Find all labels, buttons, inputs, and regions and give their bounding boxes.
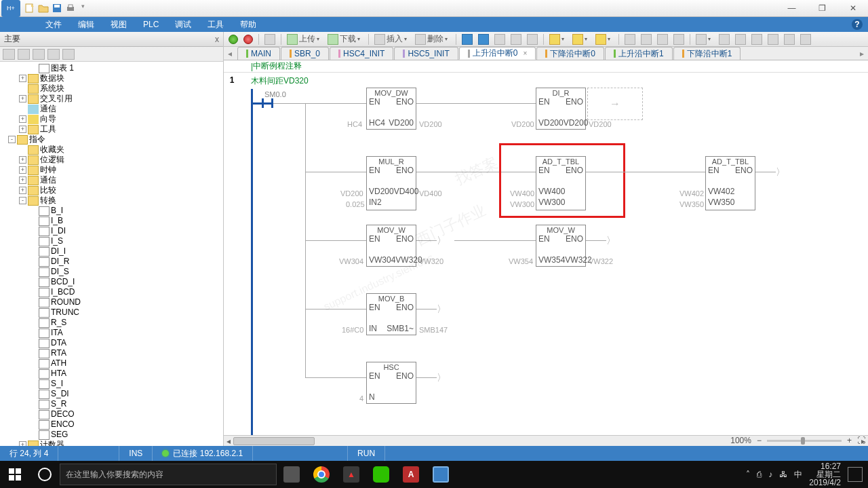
tb-l1[interactable] [623, 33, 637, 45]
panel-tool-2[interactable] [18, 49, 30, 60]
tb-x4[interactable] [509, 33, 524, 45]
tree-item[interactable]: DI_R [0, 257, 223, 267]
comment-row[interactable]: | 中断例程注释 [224, 60, 868, 73]
tree-item[interactable]: -转换 [0, 195, 223, 206]
maximize-button[interactable]: ❐ [807, 0, 837, 17]
help-icon[interactable]: ? [852, 19, 863, 30]
taskview-button[interactable] [277, 461, 307, 488]
menu-debug[interactable]: 调试 [167, 17, 199, 32]
stop-button[interactable] [241, 33, 255, 45]
tab[interactable]: 下降沿中断0 [536, 47, 604, 60]
run-button[interactable] [226, 33, 240, 45]
scroll-left[interactable]: ◂ [224, 436, 233, 446]
panel-tool-1[interactable] [3, 49, 15, 60]
tb-v2[interactable] [717, 33, 732, 45]
tree-item[interactable]: +数据块 [0, 73, 223, 83]
zoom-slider[interactable] [767, 440, 842, 442]
horizontal-scrollbar[interactable]: ◂ ▸ 100% − + ⛶ [224, 435, 868, 446]
tab[interactable]: 上升沿中断1 [605, 47, 673, 60]
tree-item[interactable]: DECO [0, 409, 223, 419]
tb-v6[interactable] [782, 33, 797, 45]
panel-tool-3[interactable] [33, 49, 45, 60]
menu-plc[interactable]: PLC [135, 17, 167, 32]
minimize-button[interactable]: — [776, 0, 807, 17]
project-tree[interactable]: 图表 1+数据块系统块+交叉引用通信+向导+工具-指令收藏夹+位逻辑+时钟+通信… [0, 62, 223, 446]
tree-item[interactable]: TRUNC [0, 307, 223, 318]
tab[interactable]: HSC4_INIT [330, 47, 393, 60]
panel-close-button[interactable]: x [215, 35, 219, 44]
compile-button[interactable] [262, 33, 277, 45]
block-ad-t-tbl-2[interactable]: AD_T_TBL ENENO VW402 VW350 [705, 156, 755, 210]
delete-button[interactable]: 删除▾ [413, 33, 452, 45]
tb-c1[interactable]: ▾ [547, 33, 569, 45]
block-mov-b[interactable]: MOV_B ENENO INSMB1~ [366, 293, 416, 335]
tab-nav-right[interactable]: ▸ [858, 49, 866, 58]
expand-icon[interactable]: + [19, 75, 26, 82]
tb-v5[interactable] [766, 33, 781, 45]
new-icon[interactable] [24, 3, 35, 14]
tb-l4[interactable] [671, 33, 686, 45]
tree-item[interactable]: +比较 [0, 185, 223, 195]
expand-icon[interactable]: + [19, 176, 26, 184]
app-warning[interactable]: ▲ [336, 461, 366, 488]
tree-item[interactable]: ATH [0, 358, 223, 369]
menu-view[interactable]: 视图 [102, 17, 135, 32]
wechat-button[interactable] [366, 461, 396, 488]
tree-item[interactable]: +交叉引用 [0, 94, 223, 104]
tree-item[interactable]: DI_I [0, 246, 223, 257]
expand-icon[interactable]: - [8, 136, 16, 143]
empty-slot[interactable]: → [587, 88, 643, 120]
tree-item[interactable]: ROUND [0, 297, 223, 307]
tray-expand[interactable]: ˄ [746, 470, 750, 479]
tree-item[interactable]: +向导 [0, 114, 223, 124]
tb-c2[interactable]: ▾ [570, 33, 592, 45]
tb-l3[interactable] [655, 33, 670, 45]
tree-item[interactable]: ITA [0, 328, 223, 338]
clock[interactable]: 16:27 星期二 2019/4/2 [809, 462, 841, 487]
expand-icon[interactable]: + [19, 187, 26, 194]
tb-l2[interactable] [639, 33, 654, 45]
tb-v3[interactable] [733, 33, 748, 45]
tree-item[interactable]: S_I [0, 379, 223, 389]
tab[interactable]: 上升沿中断0× [459, 47, 536, 60]
chrome-button[interactable] [307, 461, 336, 488]
tree-item[interactable]: +位逻辑 [0, 155, 223, 165]
tree-item[interactable]: HTA [0, 369, 223, 379]
zoom-handle[interactable] [801, 437, 805, 445]
expand-icon[interactable]: + [19, 166, 26, 174]
scroll-thumb[interactable] [233, 437, 315, 445]
tb-c3[interactable]: ▾ [593, 33, 615, 45]
autocad-button[interactable]: A [396, 461, 426, 488]
menu-file[interactable]: 文件 [37, 17, 70, 32]
tab[interactable]: 下降沿中断1 [673, 47, 741, 60]
menu-tools[interactable]: 工具 [199, 17, 232, 32]
fit-page-button[interactable]: ⛶ [857, 436, 865, 445]
tray-icon-1[interactable]: ⎙ [757, 470, 762, 479]
block-mov-dw[interactable]: MOV_DW ENENO HC4VD200 [366, 88, 416, 130]
tb-v7[interactable] [798, 33, 813, 45]
block-hsc[interactable]: HSC ENENO N [366, 362, 416, 404]
tree-item[interactable]: +计数器 [0, 440, 223, 446]
tree-item[interactable]: S_R [0, 399, 223, 409]
expand-icon[interactable]: + [19, 126, 26, 133]
tree-item[interactable]: I_BCD [0, 287, 223, 297]
tray-icon-2[interactable]: ♪ [768, 470, 772, 479]
insert-button[interactable]: 插入▾ [372, 33, 412, 45]
tb-v1[interactable]: ▾ [694, 33, 715, 45]
tree-item[interactable]: SEG [0, 430, 223, 440]
search-box[interactable]: 在这里输入你要搜索的内容 [60, 464, 277, 485]
tb-x3[interactable] [492, 33, 507, 45]
tree-item[interactable]: +通信 [0, 175, 223, 185]
expand-icon[interactable]: + [19, 441, 26, 446]
block-mov-w-2[interactable]: MOV_W ENENO VW354VW322 [536, 225, 586, 267]
start-button[interactable] [0, 461, 30, 488]
qat-dropdown-icon[interactable]: ▾ [81, 3, 85, 14]
block-mul-r[interactable]: MUL_R ENENO VD200VD400 IN2 [366, 156, 416, 210]
tray-lan-icon[interactable]: 🖧 [779, 470, 787, 479]
tree-item[interactable]: 系统块 [0, 83, 223, 94]
tab-close[interactable]: × [523, 50, 527, 57]
expand-icon[interactable]: + [19, 95, 26, 102]
zoom-out-button[interactable]: − [757, 436, 762, 445]
tree-item[interactable]: ENCO [0, 419, 223, 430]
open-icon[interactable] [38, 3, 49, 14]
